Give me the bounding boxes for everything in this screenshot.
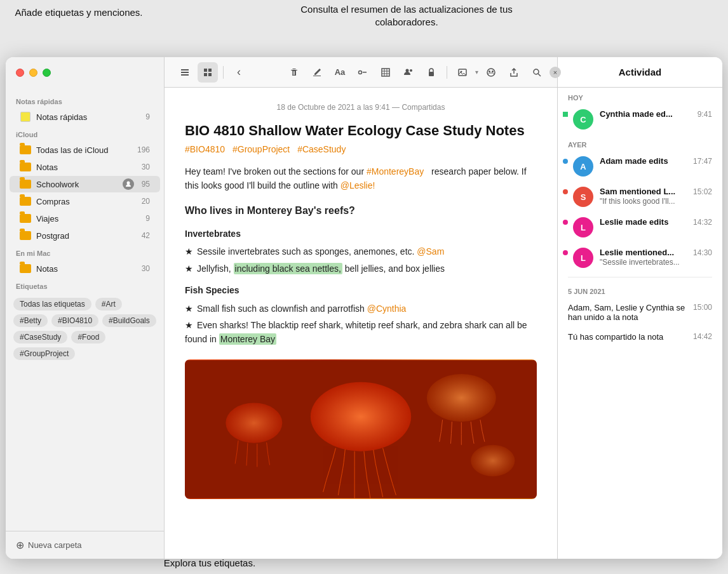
jellyfish-svg xyxy=(185,359,537,499)
note-content: 18 de Octubre de 2021 a las 9:41 — Compa… xyxy=(165,88,557,559)
activity-row-leslie2: Leslie mentioned... 14:30 xyxy=(600,248,712,257)
avatar-leslie2: L xyxy=(573,248,593,268)
svg-point-23 xyxy=(492,70,494,72)
tag-betty[interactable]: #Betty xyxy=(13,314,48,327)
activity-item-cynthia[interactable]: C Cynthia made ed... 9:41 xyxy=(558,104,722,135)
svg-rect-11 xyxy=(382,69,389,76)
tag-bio4810[interactable]: #BIO4810 xyxy=(51,314,98,327)
tag-casestudy[interactable]: #CaseStudy xyxy=(13,331,67,344)
collab-manage-button[interactable] xyxy=(481,62,501,83)
lock-button[interactable] xyxy=(421,62,442,83)
activity-body-sam: Sam mentioned L... 15:02 "If this looks … xyxy=(600,187,712,206)
all-icloud-label: Todas las de iCloud xyxy=(36,145,132,155)
tag-food[interactable]: #Food xyxy=(71,331,105,344)
june-label: 5 jun 2021 xyxy=(558,281,722,298)
sam-mention: @Sam xyxy=(417,246,444,257)
tag-art[interactable]: #Art xyxy=(95,298,122,310)
cynthia-time: 9:41 xyxy=(698,110,712,119)
search-button[interactable] xyxy=(527,62,547,83)
folder-icon-notas xyxy=(20,161,31,173)
svg-point-0 xyxy=(126,182,130,185)
join-text: Adam, Sam, Leslie y Cynthia se han unido… xyxy=(568,303,693,322)
activity-content: HOY C Cynthia made ed... 9:41 AYER A xyxy=(558,88,722,559)
share-text: Tú has compartido la nota xyxy=(568,332,693,342)
sidebar-item-postgrad[interactable]: Postgrad 42 xyxy=(10,227,160,244)
activity-body-leslie1: Leslie made edits 14:32 xyxy=(600,217,712,227)
table-button[interactable] xyxy=(375,62,396,83)
minimize-button[interactable] xyxy=(29,69,37,77)
avatar-sam: S xyxy=(573,187,593,207)
tag-all[interactable]: Todas las etiquetas xyxy=(13,298,91,310)
format-button[interactable]: Aa xyxy=(330,62,350,83)
list-view-button[interactable] xyxy=(175,62,195,83)
quicknotes-count: 9 xyxy=(145,112,150,121)
tag-groupproject-link[interactable]: #GroupProject xyxy=(233,144,290,154)
compose-button[interactable] xyxy=(307,62,327,83)
tag-bio4810-link[interactable]: #BIO4810 xyxy=(185,144,225,154)
share-button[interactable] xyxy=(504,62,524,83)
activity-item-leslie2[interactable]: L Leslie mentioned... 14:30 "Sessile inv… xyxy=(558,243,722,273)
sidebar-item-notas-mac[interactable]: Notas 30 xyxy=(10,260,160,277)
activity-group-join[interactable]: Adam, Sam, Leslie y Cynthia se han unido… xyxy=(558,298,722,327)
tag-buildgoals[interactable]: #BuildGoals xyxy=(102,314,156,327)
activity-group-share[interactable]: Tú has compartido la nota 14:42 xyxy=(558,327,722,347)
highlight-monterey: Monterey Bay xyxy=(219,333,276,345)
close-button[interactable] xyxy=(16,69,24,77)
grid-view-button[interactable] xyxy=(198,62,218,83)
fullscreen-button[interactable] xyxy=(43,69,51,77)
svg-rect-3 xyxy=(181,74,189,76)
activity-item-leslie1[interactable]: L Leslie made edits 14:32 xyxy=(558,212,722,243)
svg-point-28 xyxy=(427,374,496,422)
delete-button[interactable] xyxy=(284,62,304,83)
svg-rect-5 xyxy=(208,69,212,72)
svg-rect-18 xyxy=(429,72,434,76)
svg-rect-8 xyxy=(313,76,321,76)
today-label: HOY xyxy=(558,88,722,104)
folder-icon-compras xyxy=(20,196,31,207)
folder-icon-all xyxy=(20,144,31,156)
activity-item-sam[interactable]: S Sam mentioned L... 15:02 "If this look… xyxy=(558,182,722,212)
activity-item-adam[interactable]: A Adam made edits 17:47 xyxy=(558,151,722,182)
sidebar-item-viajes[interactable]: Viajes 9 xyxy=(10,210,160,227)
sidebar-item-all-icloud[interactable]: Todas las de iCloud 196 xyxy=(10,142,160,158)
sidebar-content: Notas rápidas Notas rápidas 9 iCloud Tod… xyxy=(6,88,164,531)
leslie-mention-intro: @Leslie! xyxy=(340,180,375,190)
svg-rect-10 xyxy=(363,72,367,73)
svg-point-27 xyxy=(311,382,411,451)
svg-point-29 xyxy=(226,403,282,443)
avatar-leslie1: L xyxy=(573,217,593,237)
checklist-button[interactable] xyxy=(353,62,373,83)
activity-close-button[interactable]: × xyxy=(549,67,561,78)
svg-point-17 xyxy=(410,69,412,72)
note-title: BIO 4810 Shallow Water Ecology Case Stud… xyxy=(185,122,537,140)
compras-count: 20 xyxy=(142,197,150,206)
adam-time: 17:47 xyxy=(693,157,712,166)
tag-groupproject[interactable]: #GroupProject xyxy=(13,347,75,360)
svg-rect-1 xyxy=(181,69,189,70)
new-folder-button[interactable]: ⊕ Nueva carpeta xyxy=(6,531,164,559)
folder-icon-postgrad xyxy=(20,230,31,241)
svg-rect-7 xyxy=(208,73,212,76)
sidebar-item-notas[interactable]: Notas 30 xyxy=(10,159,160,175)
tags-grid: Todas las etiquetas #Art #Betty #BIO4810… xyxy=(13,298,156,360)
svg-line-25 xyxy=(538,74,541,76)
back-button[interactable]: ‹ xyxy=(229,62,249,83)
sam-desc: "If this looks good I'll... xyxy=(600,197,712,206)
notas-mac-label: Notas xyxy=(36,264,137,274)
monterey-tag[interactable]: #MontereyBay xyxy=(367,166,424,177)
activity-row-cynthia: Cynthia made ed... 9:41 xyxy=(600,109,712,119)
sidebar-item-quicknotes[interactable]: Notas rápidas 9 xyxy=(10,109,160,125)
svg-point-21 xyxy=(487,69,495,76)
section1-heading: Who lives in Monterey Bay's reefs? xyxy=(185,203,537,219)
photos-button[interactable] xyxy=(452,62,473,83)
folder-icon-notas-mac xyxy=(20,263,31,274)
collab-button[interactable] xyxy=(398,62,419,83)
activity-row-leslie1: Leslie made edits 14:32 xyxy=(600,217,712,227)
sidebar-item-schoolwork[interactable]: Schoolwork 95 xyxy=(10,176,160,192)
svg-point-22 xyxy=(489,70,490,72)
tag-casestudy-link[interactable]: #CaseStudy xyxy=(297,144,346,154)
plus-icon: ⊕ xyxy=(16,539,24,551)
sidebar-item-compras[interactable]: Compras 20 xyxy=(10,193,160,210)
avatar-cynthia: C xyxy=(573,109,593,130)
svg-rect-6 xyxy=(204,73,207,76)
